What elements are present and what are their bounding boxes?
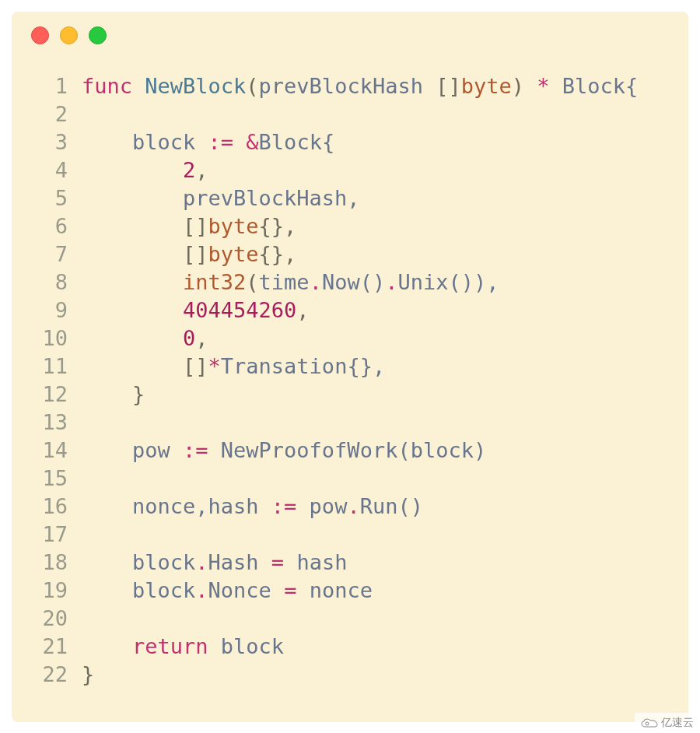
line-number: 16 [33,493,68,521]
code-line: 19 block.Nonce = nonce [33,577,673,605]
line-number: 2 [33,100,68,128]
maximize-window-button[interactable] [89,26,107,44]
code-line: 22} [33,661,673,689]
line-content: block.Hash = hash [82,549,347,577]
watermark-text: 亿速云 [661,716,694,730]
code-line: 15 [33,465,673,493]
line-number: 9 [33,296,68,324]
line-content: } [82,661,94,689]
line-number: 18 [33,549,68,577]
line-number: 17 [33,521,68,549]
line-number: 20 [33,605,68,633]
line-number: 10 [33,324,68,352]
line-number: 7 [33,240,68,268]
code-line: 5 prevBlockHash, [33,184,673,212]
code-line: 11 []*Transation{}, [33,352,673,381]
line-number: 1 [33,72,68,100]
line-content: []byte{}, [82,240,296,268]
svg-point-0 [646,722,649,725]
code-line: 4 2, [33,156,673,184]
code-line: 6 []byte{}, [33,212,673,240]
code-line: 16 nonce,hash := pow.Run() [33,493,673,521]
code-line: 8 int32(time.Now().Unix()), [33,268,673,296]
line-content: block := &Block{ [82,128,334,156]
line-number: 5 [33,184,68,212]
line-content: []*Transation{}, [82,352,385,381]
line-number: 11 [33,352,68,381]
line-number: 15 [33,465,68,493]
code-line: 1func NewBlock(prevBlockHash []byte) * B… [33,72,673,100]
code-line: 21 return block [33,633,673,661]
window-titlebar [12,12,688,58]
code-line: 14 pow := NewProofofWork(block) [33,437,673,465]
code-window: 1func NewBlock(prevBlockHash []byte) * B… [12,12,688,722]
line-content: block.Nonce = nonce [82,577,373,605]
code-line: 18 block.Hash = hash [33,549,673,577]
code-line: 10 0, [33,324,673,352]
close-window-button[interactable] [31,26,49,44]
line-content: prevBlockHash, [82,184,360,212]
line-content: nonce,hash := pow.Run() [82,493,423,521]
code-line: 17 [33,521,673,549]
code-line: 7 []byte{}, [33,240,673,268]
line-number: 19 [33,577,68,605]
minimize-window-button[interactable] [60,26,78,44]
code-line: 9 404454260, [33,296,673,324]
line-content: 404454260, [82,296,310,324]
code-area: 1func NewBlock(prevBlockHash []byte) * B… [12,58,688,704]
line-content: } [82,381,145,409]
watermark: 亿速云 [635,713,700,733]
line-content: 0, [82,324,208,352]
cloud-icon [641,717,658,728]
code-line: 3 block := &Block{ [33,128,673,156]
line-number: 6 [33,212,68,240]
line-number: 21 [33,633,68,661]
line-content: pow := NewProofofWork(block) [82,437,486,465]
code-line: 12 } [33,381,673,409]
line-number: 13 [33,409,68,437]
line-number: 4 [33,156,68,184]
line-number: 22 [33,661,68,689]
code-line: 13 [33,409,673,437]
line-content: int32(time.Now().Unix()), [82,268,499,296]
line-number: 12 [33,381,68,409]
code-line: 2 [33,100,673,128]
line-content: 2, [82,156,208,184]
line-content: func NewBlock(prevBlockHash []byte) * Bl… [82,72,638,100]
code-line: 20 [33,605,673,633]
line-number: 8 [33,268,68,296]
line-content: []byte{}, [82,212,296,240]
line-number: 14 [33,437,68,465]
line-number: 3 [33,128,68,156]
line-content: return block [82,633,284,661]
